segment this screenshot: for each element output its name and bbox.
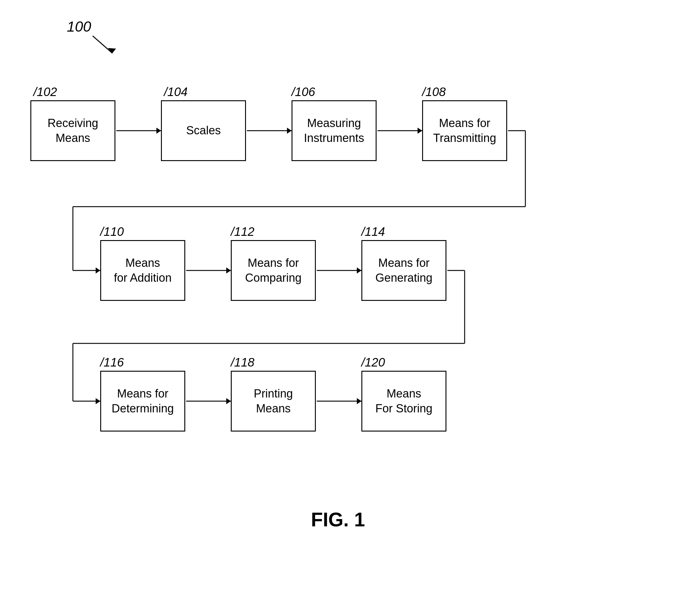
svg-marker-3	[156, 127, 161, 134]
box-printing-means: PrintingMeans	[231, 371, 316, 431]
ref-label-120: /120	[361, 356, 385, 369]
ref-label-100: 100	[67, 18, 91, 35]
ref-label-102: /102	[34, 85, 57, 99]
svg-marker-17	[357, 267, 361, 273]
box-means-for-comparing: Means forComparing	[231, 240, 316, 301]
svg-line-0	[93, 36, 112, 53]
ref-label-104: /104	[164, 85, 188, 99]
ref-label-110: /110	[100, 225, 124, 239]
diagram: 100	[0, 0, 676, 616]
svg-marker-1	[108, 48, 116, 53]
box-means-for-storing: MeansFor Storing	[361, 371, 446, 431]
box-means-for-generating: Means forGenerating	[361, 240, 446, 301]
box-means-for-determining: Means forDetermining	[100, 371, 185, 431]
box-receiving-means: ReceivingMeans	[31, 100, 115, 161]
box-means-for-addition: Meansfor Addition	[100, 240, 185, 301]
svg-marker-15	[226, 267, 231, 273]
box-scales: Scales	[161, 100, 246, 161]
svg-marker-27	[357, 398, 361, 404]
ref-label-108: /108	[422, 85, 446, 99]
ref-label-112: /112	[231, 225, 255, 239]
ref-label-118: /118	[231, 356, 255, 369]
svg-marker-23	[96, 398, 100, 404]
svg-marker-25	[226, 398, 231, 404]
box-means-for-transmitting: Means forTransmitting	[422, 100, 507, 161]
svg-marker-7	[417, 127, 422, 134]
ref-label-114: /114	[361, 225, 385, 239]
figure-label: FIG. 1	[311, 508, 365, 531]
ref-label-116: /116	[100, 356, 124, 369]
svg-marker-13	[96, 267, 100, 273]
ref-label-106: /106	[291, 85, 315, 99]
box-measuring-instruments: MeasuringInstruments	[291, 100, 377, 161]
svg-marker-5	[287, 127, 291, 134]
